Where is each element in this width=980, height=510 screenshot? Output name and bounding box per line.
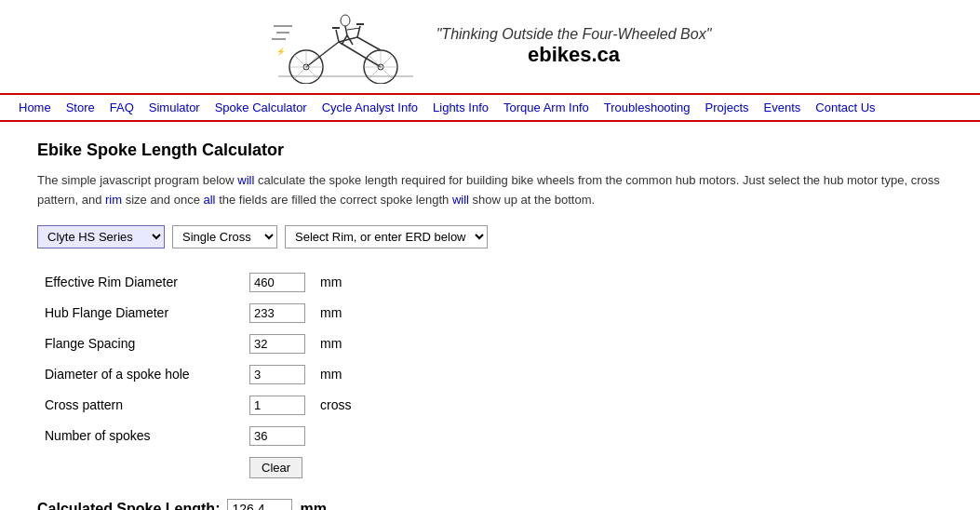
logo-area: ⚡ "Thinking Outside the Four-Wheeled Box… bbox=[269, 9, 712, 84]
table-row: Hub Flange Diameter mm bbox=[37, 298, 358, 329]
field-unit-dsh: mm bbox=[313, 359, 358, 390]
header: ⚡ "Thinking Outside the Four-Wheeled Box… bbox=[0, 0, 980, 95]
field-input-cp[interactable] bbox=[249, 396, 305, 415]
field-unit-erd: mm bbox=[313, 267, 358, 298]
navigation: Home Store FAQ Simulator Spoke Calculato… bbox=[0, 95, 980, 122]
nav-faq[interactable]: FAQ bbox=[110, 101, 134, 114]
field-label-fs: Flange Spacing bbox=[37, 329, 242, 359]
main-content: Ebike Spoke Length Calculator The simple… bbox=[0, 122, 980, 510]
cross-pattern-select[interactable]: Single Cross Double Cross Triple Cross R… bbox=[172, 225, 277, 248]
table-row: Number of spokes bbox=[37, 421, 358, 451]
svg-line-8 bbox=[357, 37, 381, 50]
svg-line-15 bbox=[347, 28, 360, 30]
nav-spoke-calculator[interactable]: Spoke Calculator bbox=[215, 101, 307, 114]
clear-button[interactable]: Clear bbox=[249, 457, 302, 478]
nav-projects[interactable]: Projects bbox=[705, 101, 749, 114]
nav-simulator[interactable]: Simulator bbox=[149, 101, 200, 114]
header-text-block: "Thinking Outside the Four-Wheeled Box" … bbox=[436, 26, 712, 67]
bike-illustration: ⚡ bbox=[269, 9, 418, 84]
nav-events[interactable]: Events bbox=[764, 101, 801, 114]
field-label-erd: Effective Rim Diameter bbox=[37, 267, 242, 298]
nav-troubleshooting[interactable]: Troubleshooting bbox=[604, 101, 691, 114]
dropdowns-row: Clyte HS Series Clyte HS Series 2 BPM Mo… bbox=[37, 225, 943, 248]
svg-line-14 bbox=[345, 26, 347, 35]
field-input-nos[interactable] bbox=[249, 426, 305, 446]
table-row: Diameter of a spoke hole mm bbox=[37, 359, 358, 390]
field-input-erd[interactable] bbox=[249, 273, 305, 292]
field-unit-hfd: mm bbox=[313, 298, 358, 329]
nav-contact-us[interactable]: Contact Us bbox=[815, 101, 875, 114]
nav-cycle-analyst[interactable]: Cycle Analyst Info bbox=[322, 101, 418, 114]
result-value-input[interactable] bbox=[227, 499, 292, 510]
field-label-nos: Number of spokes bbox=[37, 421, 242, 451]
header-domain: ebikes.ca bbox=[436, 43, 712, 67]
field-input-hfd[interactable] bbox=[249, 303, 305, 323]
hub-motor-select[interactable]: Clyte HS Series Clyte HS Series 2 BPM Mo… bbox=[37, 225, 165, 248]
table-row-clear: Clear bbox=[37, 451, 358, 484]
calculator-form: Effective Rim Diameter mm Hub Flange Dia… bbox=[37, 267, 358, 484]
header-tagline: "Thinking Outside the Four-Wheeled Box" bbox=[436, 26, 712, 42]
field-unit-nos bbox=[313, 421, 358, 451]
field-label-cp: Cross pattern bbox=[37, 390, 242, 421]
svg-point-13 bbox=[341, 15, 350, 26]
result-row: Calculated Spoke Length: mm. bbox=[37, 499, 943, 510]
field-input-dsh[interactable] bbox=[249, 365, 305, 384]
field-label-dsh: Diameter of a spoke hole bbox=[37, 359, 242, 390]
result-label: Calculated Spoke Length: bbox=[37, 501, 220, 510]
nav-torque-arm[interactable]: Torque Arm Info bbox=[503, 101, 589, 114]
nav-lights-info[interactable]: Lights Info bbox=[433, 101, 489, 114]
rim-select[interactable]: Select Rim, or enter ERD below 20 inch 2… bbox=[285, 225, 488, 248]
desc-rim: rim bbox=[105, 193, 122, 207]
page-title: Ebike Spoke Length Calculator bbox=[37, 141, 943, 160]
svg-text:⚡: ⚡ bbox=[276, 47, 286, 56]
svg-line-6 bbox=[339, 42, 381, 67]
description: The simple javascript program below will… bbox=[37, 171, 943, 210]
desc-will2: will bbox=[452, 193, 469, 207]
desc-will1: will bbox=[237, 173, 254, 187]
desc-all: all bbox=[204, 193, 216, 207]
table-row: Flange Spacing mm bbox=[37, 329, 358, 359]
result-unit: mm. bbox=[300, 501, 330, 510]
nav-store[interactable]: Store bbox=[66, 101, 95, 114]
table-row: Effective Rim Diameter mm bbox=[37, 267, 358, 298]
field-unit-cp: cross bbox=[313, 390, 358, 421]
field-label-hfd: Hub Flange Diameter bbox=[37, 298, 242, 329]
nav-home[interactable]: Home bbox=[19, 101, 51, 114]
field-unit-fs: mm bbox=[313, 329, 358, 359]
field-input-fs[interactable] bbox=[249, 334, 305, 354]
table-row: Cross pattern cross bbox=[37, 390, 358, 421]
svg-line-9 bbox=[336, 30, 339, 42]
